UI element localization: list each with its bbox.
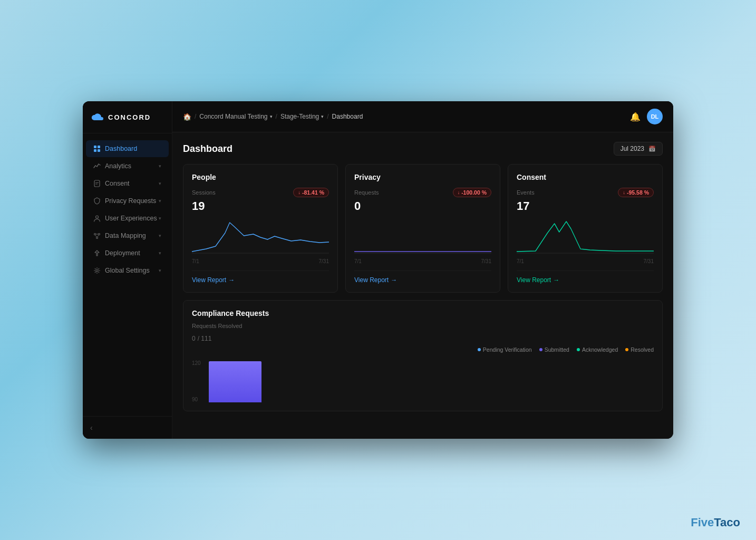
people-card: People Sessions ↓ -81.41 % 19 (183, 164, 338, 293)
concord-logo-icon (91, 111, 104, 123)
privacy-card-title: Privacy (354, 173, 491, 181)
app-window: CONCORD Dashboard (83, 101, 673, 439)
date-filter-button[interactable]: Jul 2023 📅 (614, 142, 663, 156)
consent-chevron: ▾ (159, 181, 161, 186)
svg-point-6 (94, 234, 96, 235)
consent-view-report-link[interactable]: View Report → (517, 271, 654, 284)
collapse-sidebar-button[interactable]: ‹ (90, 423, 93, 432)
chevron-down-icon-1: ▾ (270, 114, 273, 119)
breadcrumb-dashboard: Dashboard (332, 113, 363, 120)
consent-badge: ↓ -95.58 % (618, 188, 654, 197)
deployment-icon (93, 249, 101, 257)
chevron-down-icon-2: ▾ (321, 114, 324, 119)
sidebar-item-global-settings[interactable]: Global Settings ▾ (86, 262, 169, 279)
calendar-icon: 📅 (648, 146, 656, 152)
sidebar-item-data-mapping[interactable]: Data Mapping ▾ (86, 227, 169, 244)
privacy-icon (93, 197, 101, 205)
sidebar-item-analytics[interactable]: Analytics ▾ (86, 158, 169, 175)
sidebar-item-dashboard[interactable]: Dashboard (86, 140, 169, 157)
sidebar-item-consent[interactable]: Consent ▾ (86, 175, 169, 192)
sidebar-item-privacy-requests[interactable]: Privacy Requests ▾ (86, 192, 169, 209)
people-view-report-link[interactable]: View Report → (192, 271, 329, 284)
legend-dot-pending (478, 348, 481, 351)
legend-submitted: Submitted (539, 346, 569, 353)
sidebar-footer: ‹ (83, 416, 172, 439)
legend-dot-resolved (625, 348, 628, 351)
notification-bell-icon[interactable]: 🔔 (630, 112, 641, 122)
datamapping-chevron: ▾ (159, 233, 161, 238)
privacy-view-report-link[interactable]: View Report → (354, 271, 491, 284)
svg-point-8 (96, 237, 98, 239)
cards-row: People Sessions ↓ -81.41 % 19 (183, 164, 663, 293)
deployment-chevron: ▾ (159, 250, 161, 256)
breadcrumb-stage-testing[interactable]: Stage-Testing ▾ (280, 113, 324, 120)
people-card-title: People (192, 173, 329, 181)
sidebar-item-globalsettings-label: Global Settings (105, 267, 150, 274)
breadcrumb-sep-1: / (195, 113, 196, 120)
people-badge: ↓ -81.41 % (293, 188, 329, 197)
sidebar-item-privacy-label: Privacy Requests (105, 197, 156, 205)
breadcrumb-manual-testing[interactable]: Concord Manual Testing ▾ (199, 113, 272, 120)
svg-rect-2 (94, 149, 96, 152)
svg-point-7 (99, 234, 100, 235)
compliance-title: Compliance Requests (192, 309, 654, 317)
globalsettings-chevron: ▾ (159, 268, 161, 273)
dashboard-body: Dashboard Jul 2023 📅 People Sessions ↓ -… (172, 132, 673, 439)
svg-rect-1 (98, 146, 100, 148)
analytics-chevron: ▾ (159, 163, 161, 169)
dashboard-header: Dashboard Jul 2023 📅 (183, 142, 663, 156)
people-chart (192, 217, 329, 254)
svg-point-9 (96, 269, 98, 272)
down-arrow-icon-2: ↓ (458, 190, 460, 195)
consent-card-title: Consent (517, 173, 654, 181)
compliance-card: Compliance Requests Requests Resolved 0/… (183, 300, 663, 411)
people-metric-label: Sessions (192, 189, 216, 196)
svg-rect-0 (94, 146, 96, 148)
privacy-chart-dates: 7/1 7/31 (354, 258, 491, 264)
sidebar-item-dashboard-label: Dashboard (105, 145, 137, 152)
sidebar-item-consent-label: Consent (105, 180, 130, 187)
sidebar-nav: Dashboard Analytics ▾ Con (83, 133, 172, 416)
user-experiences-icon (93, 215, 101, 222)
sidebar-item-datamapping-label: Data Mapping (105, 232, 146, 239)
breadcrumb-sep-3: / (327, 113, 328, 120)
date-filter-label: Jul 2023 (621, 145, 644, 152)
sidebar: CONCORD Dashboard (83, 101, 172, 439)
consent-metric-row: Events ↓ -95.58 % (517, 188, 654, 197)
privacy-value: 0 (354, 199, 491, 213)
sidebar-item-deployment[interactable]: Deployment ▾ (86, 245, 169, 262)
compliance-metric-label: Requests Resolved (192, 323, 654, 329)
dashboard-icon (93, 145, 101, 152)
sidebar-logo: CONCORD (83, 101, 172, 133)
privacy-card: Privacy Requests ↓ -100.00 % 0 (345, 164, 500, 293)
privacy-chevron: ▾ (159, 198, 161, 204)
avatar[interactable]: DL (647, 109, 663, 124)
main-content: 🏠 / Concord Manual Testing ▾ / Stage-Tes… (172, 101, 673, 439)
consent-card: Consent Events ↓ -95.58 % 17 (508, 164, 663, 293)
data-mapping-icon (93, 232, 101, 239)
legend-pending: Pending Verification (478, 346, 532, 353)
svg-rect-3 (98, 149, 100, 152)
down-arrow-icon: ↓ (298, 190, 301, 195)
sidebar-item-userexp-label: User Experiences (105, 215, 157, 222)
people-value: 19 (192, 199, 329, 213)
page-title: Dashboard (183, 143, 232, 155)
logo-text: CONCORD (108, 113, 151, 121)
sidebar-item-user-experiences[interactable]: User Experiences ▾ (86, 210, 169, 227)
legend-acknowledged: Acknowledged (577, 346, 618, 353)
privacy-metric-label: Requests (354, 189, 379, 196)
global-settings-icon (93, 267, 101, 274)
legend-dot-acknowledged (577, 348, 580, 351)
arrow-right-icon-3: → (553, 276, 559, 284)
breadcrumb: 🏠 / Concord Manual Testing ▾ / Stage-Tes… (183, 113, 363, 121)
legend-dot-submitted (539, 348, 542, 351)
consent-chart (517, 217, 654, 254)
bar-1 (209, 361, 261, 402)
home-icon[interactable]: 🏠 (183, 113, 191, 121)
compliance-bar-chart: 120 90 (192, 360, 654, 402)
svg-rect-4 (94, 180, 100, 187)
svg-point-5 (96, 216, 99, 218)
down-arrow-icon-3: ↓ (623, 190, 625, 195)
legend-resolved: Resolved (625, 346, 654, 353)
people-metric-row: Sessions ↓ -81.41 % (192, 188, 329, 197)
